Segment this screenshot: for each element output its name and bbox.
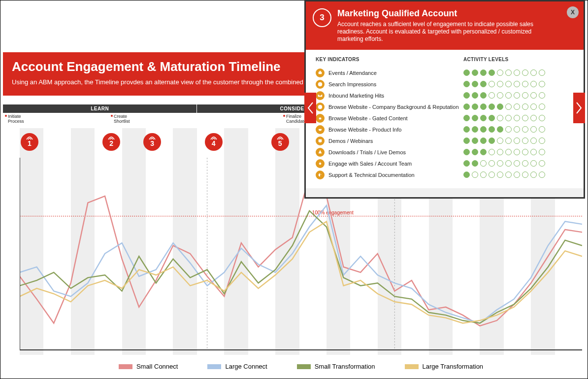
indicator-label: Downloads / Trials / Live Demos — [328, 149, 406, 155]
level-dot — [472, 103, 478, 110]
level-dot — [480, 172, 487, 178]
level-dot — [497, 149, 503, 155]
level-dot — [463, 149, 470, 155]
level-dot — [505, 69, 512, 76]
level-dot — [463, 160, 470, 167]
level-dot — [514, 81, 520, 87]
activity-level-dots — [463, 169, 574, 180]
indicator-label: Browse Website - Gated Content — [328, 115, 408, 121]
level-dot — [539, 149, 545, 155]
stage-badge-1[interactable]: 1 — [21, 133, 38, 151]
indicator-row: Events / Attendance — [316, 67, 463, 78]
level-dot — [489, 81, 495, 87]
stage-badge-5[interactable]: 5 — [271, 133, 289, 151]
level-dot — [539, 115, 545, 121]
phase-sublabel: CreateShortlist — [114, 114, 130, 124]
level-dot — [522, 138, 528, 144]
level-dot — [530, 172, 537, 178]
indicator-icon — [316, 125, 325, 134]
level-dot — [472, 92, 478, 99]
level-dot — [480, 103, 487, 110]
activity-level-dots — [463, 90, 574, 101]
level-dot — [522, 92, 528, 99]
activity-level-dots — [463, 146, 574, 158]
level-dot — [489, 172, 495, 178]
prev-arrow-button[interactable] — [304, 93, 316, 123]
level-dot — [480, 160, 487, 167]
level-dot — [472, 126, 478, 133]
activity-level-dots — [463, 112, 574, 124]
level-dot — [530, 69, 537, 76]
level-dot — [463, 69, 470, 76]
level-dot — [514, 92, 520, 99]
level-dot — [530, 115, 537, 121]
level-dot — [539, 160, 545, 167]
modal-body: KEY INDICATORS Events / AttendanceSearch… — [306, 50, 584, 188]
modal-title: Marketing Qualified Account — [337, 8, 558, 19]
level-dot — [489, 138, 495, 144]
phase-learn[interactable]: LEARN — [3, 104, 197, 113]
legend-item: Large Connect — [207, 363, 267, 370]
level-dot — [463, 81, 470, 87]
indicator-icon — [316, 80, 325, 89]
stage-badge-3[interactable]: 3 — [143, 133, 161, 151]
stage-badge-4[interactable]: 4 — [205, 133, 223, 151]
level-dot — [489, 160, 495, 167]
level-dot — [530, 92, 537, 99]
level-dot — [472, 149, 478, 155]
indicator-label: Browse Website - Company Background & Re… — [328, 104, 459, 110]
level-dot — [480, 69, 487, 76]
stage-badge-2[interactable]: 2 — [102, 133, 120, 151]
level-dot — [514, 149, 520, 155]
level-dot — [480, 115, 487, 121]
level-dot — [522, 149, 528, 155]
level-dot — [472, 160, 478, 167]
level-dot — [497, 160, 503, 167]
level-dot — [497, 69, 503, 76]
level-dot — [505, 126, 512, 133]
level-dot — [463, 138, 470, 144]
level-dot — [530, 81, 537, 87]
level-dot — [505, 115, 512, 121]
modal-footer — [306, 188, 584, 197]
level-dot — [480, 81, 487, 87]
indicator-icon — [316, 114, 325, 123]
level-dot — [463, 92, 470, 99]
indicator-row: Demos / Webinars — [316, 135, 463, 146]
level-dot — [463, 103, 470, 110]
level-dot — [522, 126, 528, 133]
close-button[interactable]: X — [567, 6, 579, 18]
modal-header: 3 Marketing Qualified Account Account re… — [306, 1, 584, 50]
next-arrow-button[interactable] — [573, 93, 585, 123]
svg-text:100% engagement: 100% engagement — [312, 210, 354, 215]
level-dot — [539, 69, 545, 76]
level-dot — [497, 138, 503, 144]
level-dot — [505, 81, 512, 87]
level-dot — [489, 103, 495, 110]
indicator-label: Events / Attendance — [328, 70, 377, 76]
activity-level-dots — [463, 67, 574, 78]
level-dot — [539, 138, 545, 144]
level-dot — [514, 115, 520, 121]
level-dot — [522, 103, 528, 110]
level-dot — [530, 103, 537, 110]
level-dot — [463, 126, 470, 133]
indicator-row: Downloads / Trials / Live Demos — [316, 146, 463, 158]
activity-level-dots — [463, 101, 574, 112]
modal-description: Account reaches a sufficient level of en… — [337, 21, 558, 43]
activity-level-dots — [463, 124, 574, 135]
phase-sublabel: InitiateProcess — [8, 114, 24, 124]
level-dot — [505, 149, 512, 155]
level-dot — [514, 69, 520, 76]
level-dot — [505, 160, 512, 167]
level-dot — [489, 115, 495, 121]
stage-detail-modal: 3 Marketing Qualified Account Account re… — [304, 0, 585, 199]
level-dot — [480, 138, 487, 144]
level-dot — [514, 126, 520, 133]
indicator-icon — [316, 91, 325, 100]
activity-level-dots — [463, 78, 574, 90]
level-dot — [497, 115, 503, 121]
level-dot — [530, 149, 537, 155]
activity-level-dots — [463, 158, 574, 169]
level-dot — [530, 138, 537, 144]
